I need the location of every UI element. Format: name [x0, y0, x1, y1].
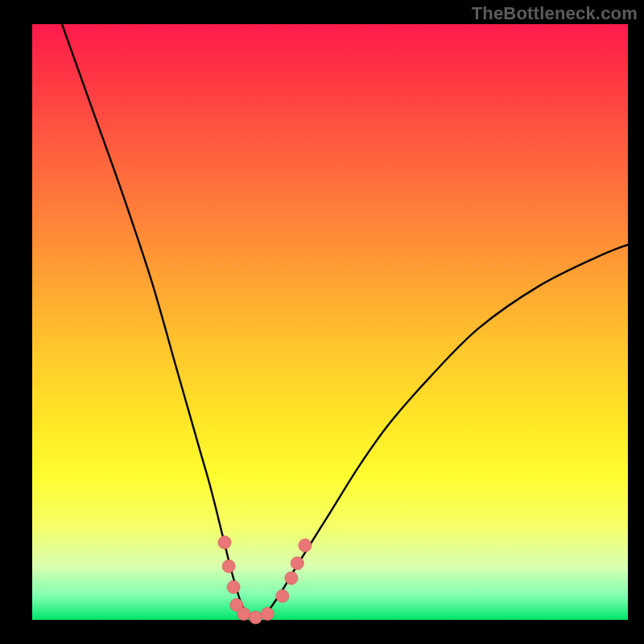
plot-area	[32, 24, 628, 620]
bottleneck-curve	[62, 24, 628, 621]
data-point-p2	[222, 559, 235, 572]
data-point-p10	[291, 557, 303, 570]
chart-svg	[32, 24, 628, 620]
data-point-p9	[285, 572, 298, 584]
chart-frame: TheBottleneck.com	[0, 0, 644, 644]
watermark-text: TheBottleneck.com	[472, 3, 638, 24]
data-point-p3	[227, 580, 240, 593]
data-point-p6	[250, 611, 262, 624]
data-points-group	[218, 536, 312, 624]
data-point-p1	[218, 536, 231, 549]
data-point-p5	[237, 608, 250, 621]
data-point-p7	[261, 608, 274, 621]
data-point-p11	[299, 539, 312, 552]
data-point-p8	[276, 589, 289, 602]
